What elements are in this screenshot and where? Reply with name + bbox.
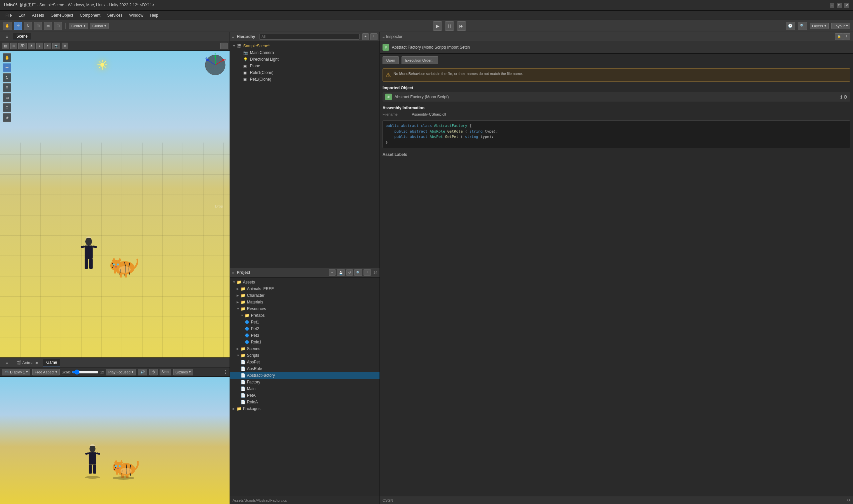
proj-pet1[interactable]: 🔷 Pet1 [230,319,379,325]
proj-absrole[interactable]: 📄 AbsRole [230,365,379,372]
proj-rolea[interactable]: 📄 RoleA [230,399,379,406]
proj-peta[interactable]: 📄 PetA [230,392,379,399]
proj-menu-btn[interactable]: ⋮ [363,269,371,276]
mute-btn[interactable]: 🔊 [138,369,147,375]
proj-scripts[interactable]: ▼ 📁 Scripts [230,352,379,359]
gizmo-btn[interactable]: ◈ [61,43,68,49]
open-button[interactable]: Open [383,56,399,64]
hier-dir-light[interactable]: 💡 Directional Light [230,56,379,62]
menu-file[interactable]: File [3,12,14,18]
move-tool-btn[interactable]: ✛ [14,22,22,30]
proj-search-btn[interactable]: 🔍 [354,269,362,276]
proj-add-btn[interactable]: + [329,269,336,276]
hand-tool-btn[interactable]: ✋ [3,22,12,30]
tab-animator[interactable]: 🎬 Animator [13,359,42,366]
settings-btn[interactable]: ⚙ [843,94,848,100]
proj-refresh-btn[interactable]: ↺ [346,269,353,276]
tab-game[interactable]: Game [43,359,61,366]
rect-tool-btn[interactable]: ▭ [44,22,52,30]
insp-more-btn[interactable]: ⋮ [843,33,850,40]
minimize-button[interactable]: ─ [830,3,834,8]
proj-pet3[interactable]: 🔷 Pet3 [230,332,379,339]
game-more-btn[interactable]: ⋮ [223,370,228,374]
layers-dropdown[interactable]: Layers ▾ [810,23,829,29]
scale-slider[interactable] [72,370,99,375]
game-gizmos-dropdown[interactable]: Gizmos ▾ [173,369,193,375]
search-btn[interactable]: 🔍 [798,22,807,30]
hier-menu-btn[interactable]: ⋮ [370,33,377,40]
proj-animals[interactable]: ▶ 📁 Animals_FREE [230,286,379,292]
transform-tool-btn[interactable]: ⊡ [54,22,62,30]
proj-assets[interactable]: ▼ 📁 Assets [230,279,379,286]
proj-packages[interactable]: ▶ 📁 Packages [230,406,379,412]
hier-pet1[interactable]: ▣ Pet1(Clone) [230,76,379,83]
proj-scenes[interactable]: ▶ 📁 Scenes [230,345,379,352]
step-button[interactable]: ⏭ [457,21,466,31]
scene-extra-btn[interactable]: ◈ [3,113,11,122]
game-tab-icon: 🎮 [4,370,9,374]
proj-save-btn[interactable]: 💾 [337,269,345,276]
scale-tool-btn[interactable]: ⊞ [34,22,42,30]
2d-btn[interactable]: 2D [18,43,26,49]
scene-hand-btn[interactable]: ✋ [3,53,11,62]
play-button[interactable]: ▶ [433,21,442,31]
svg-point-10 [113,264,115,266]
proj-role1[interactable]: 🔷 Role1 [230,339,379,345]
center-dropdown[interactable]: Center ▾ [69,23,88,29]
tab-scene[interactable]: Scene [13,33,31,40]
scene-move-btn[interactable]: ✛ [3,63,11,72]
menu-assets[interactable]: Assets [29,12,47,18]
hier-role1[interactable]: ▣ Role1(Clone) [230,69,379,76]
menu-edit[interactable]: Edit [16,12,28,18]
lighting-btn[interactable]: ☀ [28,43,35,49]
layout-dropdown[interactable]: Layout ▾ [831,23,850,29]
menu-component[interactable]: Component [77,12,103,18]
svg-point-40 [117,468,119,469]
more-btn[interactable]: ⋮ [220,43,228,49]
global-dropdown[interactable]: Global ▾ [90,23,109,29]
stats-btn[interactable]: Stats [160,369,171,375]
scene-rotate-btn[interactable]: ↻ [3,73,11,82]
info-btn[interactable]: ℹ [840,94,842,100]
scene-combo-btn[interactable]: ⊡ [3,103,11,112]
play-focused-dropdown[interactable]: Play Focused ▾ [106,369,136,375]
menu-services[interactable]: Services [104,12,125,18]
execution-order-button[interactable]: Execution Order... [402,56,438,64]
proj-main[interactable]: 📄 Main [230,385,379,392]
fx-btn[interactable]: ✦ [44,43,51,49]
camera-btn[interactable]: 📷 [52,43,60,49]
rotate-tool-btn[interactable]: ↻ [24,22,32,30]
proj-abspet[interactable]: 📄 AbsPet [230,359,379,365]
hier-main-camera[interactable]: 📷 Main Camera [230,49,379,56]
proj-materials[interactable]: ▶ 📁 Materials [230,299,379,305]
scene-scale-btn[interactable]: ⊞ [3,83,11,92]
game-aspect-dropdown[interactable]: Free Aspect ▾ [32,369,60,375]
game-display-dropdown[interactable]: 🎮 Display 1 ▾ [2,369,30,375]
close-button[interactable]: ✕ [844,3,849,8]
proj-pet2[interactable]: 🔷 Pet2 [230,325,379,332]
toolbar-sep-2 [112,23,112,29]
insp-lock-btn[interactable]: 🔒 [835,33,843,40]
layout-chevron: ▾ [846,24,848,28]
menu-gameobject[interactable]: GameObject [48,12,76,18]
hier-add-btn[interactable]: + [362,33,369,40]
window-controls[interactable]: ─ □ ✕ [830,3,849,8]
proj-factory[interactable]: 📄 Factory [230,379,379,385]
vsync-btn[interactable]: ⏱ [149,369,158,375]
hier-scene-root[interactable]: ▼ 🎬 SampleScene* [230,43,379,49]
proj-prefabs[interactable]: ▼ 📁 Prefabs [230,312,379,319]
menu-help[interactable]: Help [147,12,161,18]
maximize-button[interactable]: □ [837,3,842,8]
scene-rect-btn[interactable]: ▭ [3,93,11,102]
shading-btn[interactable]: ▤ [2,43,9,49]
audio-btn[interactable]: ♪ [36,43,43,49]
hierarchy-search[interactable] [259,34,359,40]
overlay-btn[interactable]: ⊞ [10,43,17,49]
menu-window[interactable]: Window [126,12,146,18]
pause-button[interactable]: ⏸ [445,21,454,31]
history-btn[interactable]: 🕐 [786,22,795,30]
proj-character[interactable]: ▶ 📁 Character [230,292,379,299]
proj-resources[interactable]: ▼ 📁 Resources [230,305,379,312]
hier-plane[interactable]: ▣ Plane [230,62,379,69]
proj-abstractfactory[interactable]: 📄 AbstractFactory [230,372,379,379]
